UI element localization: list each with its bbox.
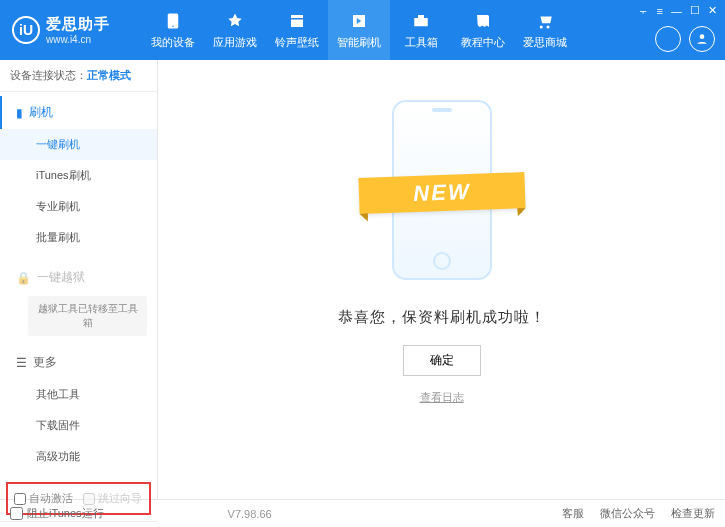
nav-store[interactable]: 爱思商城 [514, 0, 576, 60]
cart-icon [535, 11, 555, 31]
nav-label: 教程中心 [461, 35, 505, 50]
footer-link-wechat[interactable]: 微信公众号 [600, 506, 655, 521]
nav-label: 工具箱 [405, 35, 438, 50]
brand-name: 爱思助手 [46, 15, 110, 34]
lock-icon: 🔒 [16, 271, 31, 285]
skip-guide-checkbox[interactable]: 跳过向导 [83, 491, 142, 506]
device-status: 设备连接状态：正常模式 [0, 60, 157, 92]
sidebar-header-more[interactable]: ☰ 更多 [0, 346, 157, 379]
version-label: V7.98.66 [228, 508, 272, 520]
nav-label: 爱思商城 [523, 35, 567, 50]
sidebar-item-oneclick-flash[interactable]: 一键刷机 [0, 129, 157, 160]
app-logo: iU 爱思助手 www.i4.cn [0, 15, 122, 45]
footer-link-update[interactable]: 检查更新 [671, 506, 715, 521]
new-ribbon: NEW [358, 172, 525, 214]
device-small-icon: ▮ [16, 106, 23, 120]
brand-url: www.i4.cn [46, 34, 110, 45]
block-itunes-checkbox[interactable]: 阻止iTunes运行 [10, 506, 104, 521]
maximize-icon[interactable]: ☐ [690, 4, 700, 17]
list-icon: ☰ [16, 356, 27, 370]
download-icon[interactable] [655, 26, 681, 52]
success-illustration: NEW [377, 90, 507, 290]
user-icon[interactable] [689, 26, 715, 52]
minimize-icon[interactable]: — [671, 5, 682, 17]
sidebar-item-other-tools[interactable]: 其他工具 [0, 379, 157, 410]
logo-icon: iU [12, 16, 40, 44]
nav-toolbox[interactable]: 工具箱 [390, 0, 452, 60]
apps-icon [225, 11, 245, 31]
sidebar-item-advanced[interactable]: 高级功能 [0, 441, 157, 472]
view-log-link[interactable]: 查看日志 [420, 390, 464, 405]
sidebar-jailbreak-note[interactable]: 越狱工具已转移至工具箱 [28, 296, 147, 336]
flash-icon [349, 11, 369, 31]
device-info[interactable]: ▯ iPhone 15 Pro Max 512GB iPhone [0, 521, 157, 527]
sidebar-item-pro-flash[interactable]: 专业刷机 [0, 191, 157, 222]
sidebar-item-itunes-flash[interactable]: iTunes刷机 [0, 160, 157, 191]
phone-icon [163, 11, 183, 31]
nav-smart-flash[interactable]: 智能刷机 [328, 0, 390, 60]
auto-activate-checkbox[interactable]: 自动激活 [14, 491, 73, 506]
nav-label: 应用游戏 [213, 35, 257, 50]
music-icon [287, 11, 307, 31]
menu-icon[interactable]: ≡ [657, 5, 663, 17]
svg-point-0 [700, 34, 705, 39]
nav-label: 铃声壁纸 [275, 35, 319, 50]
book-icon [473, 11, 493, 31]
close-icon[interactable]: ✕ [708, 4, 717, 17]
success-message: 恭喜您，保资料刷机成功啦！ [338, 308, 546, 327]
nav-apps-games[interactable]: 应用游戏 [204, 0, 266, 60]
confirm-button[interactable]: 确定 [403, 345, 481, 376]
nav-ringtones[interactable]: 铃声壁纸 [266, 0, 328, 60]
nav-my-device[interactable]: 我的设备 [142, 0, 204, 60]
toolbox-icon [411, 11, 431, 31]
sidebar-header-jailbreak: 🔒 一键越狱 [0, 261, 157, 294]
sidebar-item-download-firmware[interactable]: 下载固件 [0, 410, 157, 441]
nav-tutorials[interactable]: 教程中心 [452, 0, 514, 60]
lock-window-icon[interactable]: ⫟ [638, 5, 649, 17]
footer-link-support[interactable]: 客服 [562, 506, 584, 521]
nav-label: 我的设备 [151, 35, 195, 50]
sidebar-header-flash[interactable]: ▮ 刷机 [0, 96, 157, 129]
nav-label: 智能刷机 [337, 35, 381, 50]
sidebar-item-batch-flash[interactable]: 批量刷机 [0, 222, 157, 253]
